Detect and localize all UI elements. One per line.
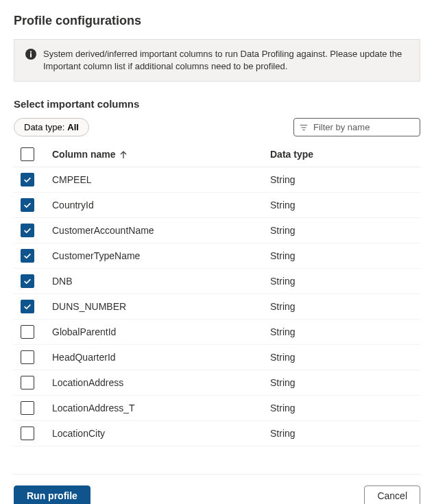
svg-rect-1 [30, 53, 32, 58]
row-name-cell: LocationCity [52, 428, 270, 439]
data-type-label: String [270, 301, 296, 312]
row-type-cell: String [270, 276, 418, 287]
row-checkbox[interactable] [21, 300, 34, 313]
row-checkbox-cell [16, 427, 52, 440]
run-profile-button[interactable]: Run profile [14, 485, 91, 504]
row-checkbox-cell [16, 274, 52, 288]
row-type-cell: String [270, 174, 418, 185]
filter-row: Data type: All [14, 118, 420, 136]
table-row: LocationAddressString [14, 370, 420, 396]
data-type-label: String [270, 225, 296, 236]
table-row: HeadQuarterIdString [14, 345, 420, 370]
row-checkbox-cell [16, 350, 52, 364]
column-name-header-label: Column name [52, 149, 116, 160]
column-name-label: LocationAddress [52, 377, 123, 388]
row-checkbox-cell [16, 300, 52, 313]
row-checkbox[interactable] [21, 249, 34, 263]
row-checkbox[interactable] [21, 401, 34, 415]
row-type-cell: String [270, 403, 418, 413]
row-checkbox[interactable] [21, 325, 34, 339]
row-type-cell: String [270, 200, 418, 211]
data-type-label: String [270, 174, 296, 185]
column-name-label: LocationAddress_T [52, 403, 135, 413]
table-row: LocationCityString [14, 421, 420, 446]
column-name-label: GlobalParentId [52, 326, 116, 337]
column-name-label: HeadQuarterId [52, 352, 116, 363]
row-checkbox[interactable] [21, 224, 34, 237]
row-checkbox[interactable] [21, 427, 34, 440]
svg-rect-2 [30, 51, 32, 53]
row-checkbox[interactable] [21, 350, 34, 364]
table-header-row: Column name Data type [14, 142, 420, 167]
data-type-label: String [270, 428, 296, 439]
row-checkbox[interactable] [21, 376, 34, 389]
row-name-cell: HeadQuarterId [52, 352, 270, 363]
row-name-cell: CustomerAccountName [52, 225, 270, 236]
header-checkbox-cell [16, 147, 52, 161]
page-title: Profile configurations [14, 14, 420, 28]
data-type-label: String [270, 403, 296, 413]
row-name-cell: CMPEEL [52, 174, 270, 185]
row-checkbox-cell [16, 401, 52, 415]
row-checkbox-cell [16, 376, 52, 389]
data-type-label: String [270, 352, 296, 363]
header-name-cell[interactable]: Column name [52, 149, 270, 160]
row-checkbox[interactable] [21, 274, 34, 288]
column-name-label: CMPEEL [52, 174, 92, 185]
row-checkbox[interactable] [21, 173, 34, 187]
pill-value: All [67, 122, 79, 132]
select-all-checkbox[interactable] [21, 147, 34, 161]
row-type-cell: String [270, 428, 418, 439]
row-type-cell: String [270, 326, 418, 337]
cancel-button[interactable]: Cancel [364, 485, 420, 504]
data-type-label: String [270, 200, 296, 211]
table-row: CustomerTypeNameString [14, 243, 420, 269]
column-name-label: CountryId [52, 200, 94, 211]
data-type-filter-pill[interactable]: Data type: All [14, 118, 89, 136]
column-name-label: DUNS_NUMBER [52, 301, 126, 312]
row-checkbox-cell [16, 173, 52, 187]
data-type-label: String [270, 250, 296, 261]
row-checkbox-cell [16, 325, 52, 339]
row-type-cell: String [270, 225, 418, 236]
table-row: CountryIdString [14, 193, 420, 218]
table-row: CMPEELString [14, 167, 420, 193]
row-name-cell: LocationAddress [52, 377, 270, 388]
column-name-label: CustomerTypeName [52, 250, 140, 261]
info-icon [25, 49, 36, 60]
row-name-cell: GlobalParentId [52, 326, 270, 337]
table-row: DUNS_NUMBERString [14, 294, 420, 320]
row-type-cell: String [270, 352, 418, 363]
filter-by-name-input[interactable] [293, 118, 420, 136]
column-name-label: DNB [52, 276, 73, 287]
row-checkbox-cell [16, 224, 52, 237]
pill-label: Data type: [24, 122, 64, 132]
header-type-cell[interactable]: Data type [270, 149, 418, 160]
data-type-label: String [270, 377, 296, 388]
row-name-cell: CustomerTypeName [52, 250, 270, 261]
table-row: LocationAddress_TString [14, 396, 420, 421]
row-name-cell: LocationAddress_T [52, 403, 270, 413]
data-type-header-label: Data type [270, 149, 313, 160]
row-checkbox-cell [16, 249, 52, 263]
row-checkbox[interactable] [21, 198, 34, 212]
column-name-label: LocationCity [52, 428, 105, 439]
column-name-label: CustomerAccountName [52, 225, 154, 236]
info-banner: System derived/inferred important column… [14, 39, 420, 82]
row-name-cell: DUNS_NUMBER [52, 301, 270, 312]
columns-table: Column name Data type CMPEELStringCountr… [14, 142, 420, 446]
row-name-cell: CountryId [52, 200, 270, 211]
section-title: Select important columns [14, 98, 420, 110]
row-type-cell: String [270, 250, 418, 261]
row-checkbox-cell [16, 198, 52, 212]
row-name-cell: DNB [52, 276, 270, 287]
table-body: CMPEELStringCountryIdStringCustomerAccou… [14, 167, 420, 446]
data-type-label: String [270, 326, 296, 337]
row-type-cell: String [270, 377, 418, 388]
data-type-label: String [270, 276, 296, 287]
sort-ascending-icon [120, 150, 127, 158]
filter-icon [299, 123, 309, 132]
footer: Run profile Cancel [14, 474, 420, 504]
table-row: DNBString [14, 269, 420, 294]
search-wrap [293, 118, 420, 136]
